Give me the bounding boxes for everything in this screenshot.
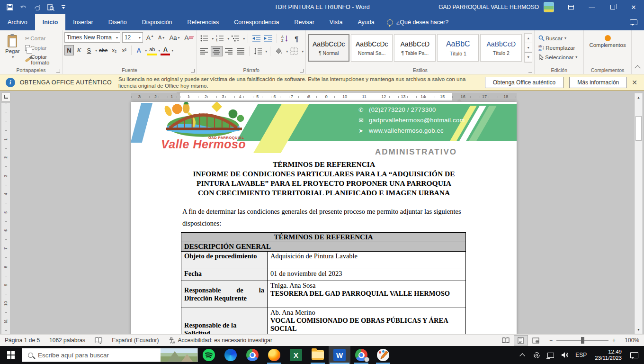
tab-disposicion[interactable]: Disposición [134, 14, 180, 30]
find-button[interactable]: Buscar▾ [537, 34, 579, 42]
addins-button[interactable]: Complementos [586, 33, 629, 50]
cut-button[interactable]: ✂Cortar [23, 34, 60, 43]
tab-revisar[interactable]: Revisar [286, 14, 322, 30]
align-center-button[interactable] [211, 46, 223, 56]
paragraph-dialog-launcher[interactable] [300, 69, 304, 73]
bullets-button[interactable] [199, 33, 210, 44]
highlight-button[interactable]: ab [147, 45, 157, 55]
language-indicator[interactable]: Español (Ecuador) [107, 335, 163, 346]
vertical-ruler[interactable]: 123456789101112 [1, 103, 10, 334]
paste-button[interactable]: Pegar ▾ [2, 33, 23, 61]
font-dialog-launcher[interactable] [191, 69, 195, 73]
tab-vista[interactable]: Vista [322, 14, 350, 30]
scrollbar-thumb[interactable] [635, 116, 642, 141]
underline-button[interactable]: S [84, 45, 94, 55]
taskbar-excel[interactable]: X [285, 346, 307, 364]
taskbar-chrome-profile[interactable] [350, 346, 372, 364]
web-layout-button[interactable] [529, 335, 543, 346]
chevron-down-icon[interactable]: ▾ [95, 48, 97, 53]
get-office-button[interactable]: Obtenga Office auténtico [485, 77, 564, 88]
sort-button[interactable]: AZ [280, 33, 291, 44]
taskbar-chrome[interactable] [242, 346, 263, 364]
format-painter-button[interactable]: Copiar formato [23, 53, 60, 66]
tray-volume-icon[interactable] [559, 346, 571, 364]
align-left-button[interactable] [199, 46, 210, 56]
close-button[interactable]: ✕ [623, 0, 644, 14]
taskbar-spotify[interactable] [198, 346, 220, 364]
style-table-pa[interactable]: AaBbCcD¶ Table Pa... [394, 34, 436, 62]
scroll-down-button[interactable]: ▼ [635, 326, 642, 334]
taskbar-firefox[interactable] [263, 346, 285, 364]
taskbar-paint[interactable] [372, 346, 394, 364]
style-titulo2[interactable]: AaBbCcDTítulo 2 [480, 34, 522, 62]
clipboard-dialog-launcher[interactable] [56, 69, 60, 73]
style-normal-sa[interactable]: AaBbCcDcNormal Sa... [351, 34, 393, 62]
accessibility-status[interactable]: Accesibilidad: es necesario investigar [164, 335, 277, 346]
tell-me-box[interactable]: ¿Qué desea hacer? [382, 14, 454, 30]
tab-inicio[interactable]: Inicio [35, 14, 66, 30]
undo-icon[interactable] [20, 4, 27, 10]
replace-button[interactable]: abac Reemplazar [537, 44, 579, 52]
tray-clock[interactable]: 12:49 23/11/2023 [591, 349, 626, 361]
zoom-slider-thumb[interactable] [581, 337, 584, 344]
first-line-indent-marker[interactable] [176, 92, 181, 97]
style-normal[interactable]: AaBbCcDc¶ Normal [308, 34, 349, 62]
italic-button[interactable]: K [74, 45, 84, 55]
line-spacing-button[interactable] [252, 46, 263, 56]
action-center-icon[interactable] [630, 352, 638, 358]
justify-button[interactable] [235, 46, 246, 56]
decrease-indent-button[interactable] [251, 33, 262, 44]
ribbon-display-options-button[interactable] [561, 0, 581, 14]
text-effects-button[interactable]: A [134, 45, 143, 55]
close-warning-icon[interactable]: ✕ [632, 79, 637, 86]
zoom-in-icon[interactable]: + [612, 337, 616, 344]
save-icon[interactable] [7, 4, 13, 10]
scroll-down-icon[interactable]: ▼ [525, 43, 532, 53]
grow-font-button[interactable]: A▴ [145, 32, 155, 43]
multilevel-list-button[interactable] [230, 33, 241, 44]
taskbar-edge[interactable] [220, 346, 242, 364]
increase-indent-button[interactable] [263, 33, 274, 44]
strikethrough-button[interactable]: abe [98, 45, 109, 55]
feedback-icon[interactable] [630, 19, 637, 25]
tray-sync-icon[interactable] [530, 346, 543, 364]
show-marks-button[interactable]: ¶ [292, 33, 301, 44]
tab-ayuda[interactable]: Ayuda [350, 14, 382, 30]
taskbar-word-active[interactable]: W [329, 346, 350, 364]
zoom-level[interactable]: 100% [621, 337, 639, 344]
gallery-expand-icon[interactable]: ▼ [525, 52, 532, 62]
font-color-button[interactable]: A [161, 45, 170, 55]
borders-button[interactable] [289, 46, 300, 56]
select-button[interactable]: Seleccionar▾ [537, 53, 579, 61]
align-right-button[interactable] [224, 46, 234, 56]
numbering-button[interactable]: 123 [215, 33, 225, 44]
read-mode-button[interactable] [499, 335, 513, 346]
font-name-combo[interactable]: Times New Roma▾ [64, 32, 120, 43]
change-case-button[interactable]: Aa▾ [168, 32, 181, 43]
right-indent-marker[interactable] [457, 96, 462, 101]
tab-referencias[interactable]: Referencias [180, 14, 227, 30]
shading-button[interactable] [273, 46, 284, 56]
zoom-slider[interactable]: − + [549, 337, 616, 344]
tab-stop-selector[interactable] [1, 92, 10, 101]
clear-formatting-button[interactable]: A [183, 32, 195, 43]
styles-dialog-launcher[interactable] [528, 69, 532, 73]
copy-button[interactable]: Copiar [23, 44, 60, 52]
proofing-status[interactable] [90, 335, 107, 346]
tray-network-icon[interactable] [545, 346, 557, 364]
customize-qat-icon[interactable] [61, 5, 66, 9]
taskbar-file-explorer[interactable] [307, 346, 329, 364]
tab-correspondencia[interactable]: Correspondencia [226, 14, 286, 30]
word-count[interactable]: 1062 palabras [45, 335, 90, 346]
account-name[interactable]: GAD PARROQUIAL VALLE HERMOSO [438, 4, 539, 10]
shrink-font-button[interactable]: A▾ [157, 32, 166, 43]
start-button[interactable] [0, 346, 22, 364]
redo-icon[interactable] [34, 4, 41, 10]
scroll-up-icon[interactable]: ▲ [525, 34, 532, 43]
style-titulo1[interactable]: AaBbCTítulo 1 [437, 34, 479, 62]
styles-gallery-scroll[interactable]: ▲▼▼ [524, 33, 532, 63]
tray-expand-button[interactable] [516, 346, 528, 364]
scroll-up-button[interactable]: ▲ [635, 93, 642, 101]
superscript-button[interactable]: x² [119, 45, 129, 55]
font-size-combo[interactable]: 12▾ [122, 32, 143, 43]
